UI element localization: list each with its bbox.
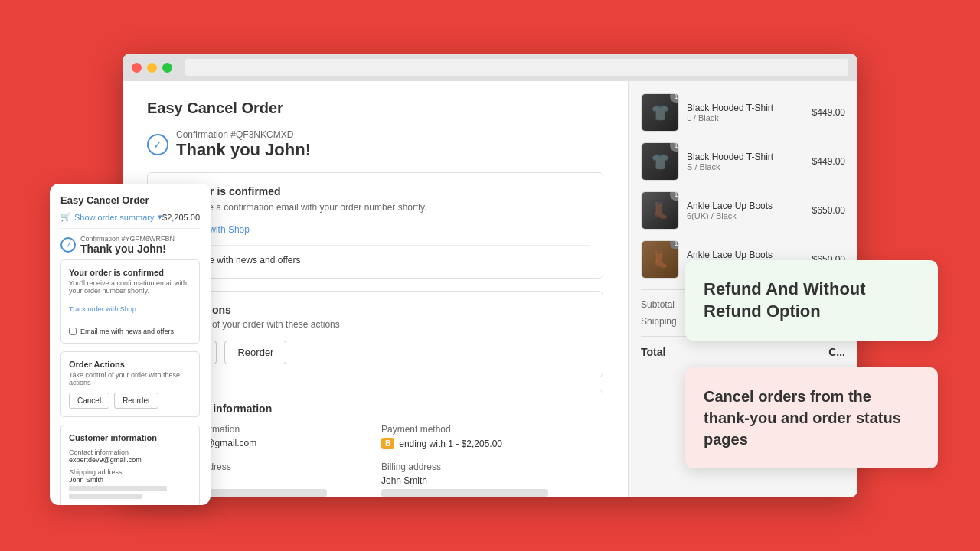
product-variant: L / Black	[687, 113, 805, 122]
product-image: 👢 1	[641, 240, 679, 279]
mobile-track-link[interactable]: Track order with Shop	[69, 305, 136, 313]
mobile-amount: $2,205.00	[162, 213, 200, 222]
customer-info-title: Customer information	[160, 403, 590, 415]
tooltip-cancel: Cancel orders from the thank-you and ord…	[685, 367, 938, 468]
mobile-shipping-label: Shipping address	[69, 468, 191, 476]
product-item: 👕 1 Black Hooded T-Shirt S / Black $449.…	[641, 142, 845, 181]
mobile-action-buttons: Cancel Reorder	[69, 393, 191, 409]
subtotal-label: Subtotal	[641, 299, 675, 310]
total-label: Total	[641, 346, 665, 358]
total-row: Total C...	[641, 346, 845, 358]
billing-name: John Smith	[381, 475, 590, 486]
order-actions-box: Order Actions Take control of your order…	[147, 291, 603, 377]
mobile-show-order-label: 🛒 Show order summary ▾	[60, 212, 162, 222]
tooltip-refund: Refund And Without Refund Option	[685, 260, 938, 341]
product-price: $449.00	[812, 107, 845, 118]
product-details: Ankle Lace Up Boots 6(UK) / Black	[687, 201, 805, 220]
thank-you-text: Thank you John!	[176, 140, 311, 160]
close-dot[interactable]	[132, 63, 142, 73]
minimize-dot[interactable]	[147, 63, 157, 73]
order-confirmed-desc: You'll receive a confirmation email with…	[160, 202, 590, 213]
payment-method-row: B ending with 1 - $2,205.00	[381, 438, 590, 449]
product-details: Black Hooded T-Shirt S / Black	[687, 152, 805, 171]
order-confirmed-title: Your order is confirmed	[160, 185, 590, 197]
mobile-check-icon: ✓	[60, 237, 76, 253]
products-list: 👕 1 Black Hooded T-Shirt L / Black $449.…	[641, 93, 845, 279]
product-image: 👕 1	[641, 93, 679, 132]
mobile-contact-label: Contact information	[69, 448, 191, 456]
billing-address-label: Billing address	[381, 461, 590, 472]
order-confirmed-box: Your order is confirmed You'll receive a…	[147, 172, 603, 279]
mobile-addr-ph	[69, 486, 167, 491]
mobile-contact-value: expertdev9@gmail.com	[69, 456, 191, 464]
product-name: Ankle Lace Up Boots	[687, 249, 805, 260]
browser-toolbar	[122, 54, 858, 81]
email-checkbox-row: Email me with news and offers	[160, 245, 590, 266]
confirmation-header: ✓ Confirmation #QF3NKCMXD Thank you John…	[147, 129, 603, 160]
mobile-app-title: Easy Cancel Order	[60, 194, 200, 206]
product-name: Black Hooded T-Shirt	[687, 152, 805, 162]
billing-address-line-1	[381, 489, 548, 497]
action-buttons: Cancel Reorder	[160, 341, 590, 364]
product-item: 👢 1 Ankle Lace Up Boots 6(UK) / Black $6…	[641, 191, 845, 230]
billing-address-section: Billing address John Smith	[381, 461, 590, 497]
mobile-shipping-row: Shipping address John Smith	[69, 468, 191, 499]
mobile-email-row: Email me with news and offers	[69, 321, 191, 335]
product-item: 👕 1 Black Hooded T-Shirt L / Black $449.…	[641, 93, 845, 132]
payment-info-section: Payment method B ending with 1 - $2,205.…	[381, 424, 590, 449]
mobile-thank-you: Thank you John!	[80, 243, 175, 255]
payment-badge: B	[381, 438, 394, 449]
mobile-cancel-button[interactable]: Cancel	[69, 393, 109, 409]
order-actions-desc: Take control of your order with these ac…	[160, 319, 590, 330]
app-title: Easy Cancel Order	[147, 99, 603, 117]
mobile-email-label: Email me with news and offers	[80, 328, 174, 335]
mobile-addr-ph2	[69, 494, 142, 499]
mobile-confirmation-header: ✓ Confirmation #YGPM6WRFBN Thank you Joh…	[60, 235, 200, 255]
confirmation-number: Confirmation #QF3NKCMXD	[176, 129, 311, 140]
customer-info-box: Customer information Contact information…	[147, 390, 603, 497]
mobile-customer-info: Customer information Contact information…	[60, 425, 200, 505]
product-variant: 6(UK) / Black	[687, 211, 805, 220]
product-name: Black Hooded T-Shirt	[687, 103, 805, 113]
mobile-conf-num: Confirmation #YGPM6WRFBN	[80, 235, 175, 243]
mobile-order-actions: Order Actions Take control of your order…	[60, 351, 200, 417]
product-image: 👢 1	[641, 191, 679, 230]
check-circle-icon: ✓	[147, 134, 168, 155]
payment-value: ending with 1 - $2,205.00	[399, 439, 502, 449]
product-price: $449.00	[812, 156, 845, 167]
mobile-actions-desc: Take control of your order with these ac…	[69, 371, 191, 386]
product-name: Ankle Lace Up Boots	[687, 201, 805, 211]
product-details: Black Hooded T-Shirt L / Black	[687, 103, 805, 122]
total-value: C...	[828, 346, 845, 358]
mobile-actions-title: Order Actions	[69, 360, 191, 369]
mobile-show-order[interactable]: 🛒 Show order summary ▾ $2,205.00	[60, 212, 200, 229]
product-variant: S / Black	[687, 162, 805, 171]
product-image: 👕 1	[641, 142, 679, 181]
confirmation-details: Confirmation #QF3NKCMXD Thank you John!	[176, 129, 311, 160]
maximize-dot[interactable]	[162, 63, 172, 73]
payment-label: Payment method	[381, 424, 590, 435]
address-bar[interactable]	[185, 59, 848, 76]
mobile-conf-details: Confirmation #YGPM6WRFBN Thank you John!	[80, 235, 175, 255]
tooltip-refund-title: Refund And Without Refund Option	[704, 279, 920, 322]
mobile-oc-desc: You'll receive a confirmation email with…	[69, 279, 191, 295]
mobile-shipping-name: John Smith	[69, 476, 191, 484]
customer-info-grid: Contact information expertdev9@gmail.com…	[160, 424, 590, 497]
mobile-contact-row: Contact information expertdev9@gmail.com	[69, 448, 191, 464]
mobile-ci-title: Customer information	[69, 433, 191, 442]
order-actions-title: Order Actions	[160, 304, 590, 316]
shipping-label: Shipping	[641, 316, 677, 327]
tooltip-cancel-text: Cancel orders from the thank-you and ord…	[704, 386, 920, 450]
product-price: $650.00	[812, 205, 845, 216]
reorder-button[interactable]: Reorder	[224, 341, 286, 364]
mobile-oc-title: Your order is confirmed	[69, 268, 191, 277]
mobile-card: Easy Cancel Order 🛒 Show order summary ▾…	[50, 184, 211, 505]
mobile-order-confirmed-box: Your order is confirmed You'll receive a…	[60, 259, 200, 344]
mobile-reorder-button[interactable]: Reorder	[114, 393, 158, 409]
mobile-email-checkbox[interactable]	[69, 328, 77, 335]
